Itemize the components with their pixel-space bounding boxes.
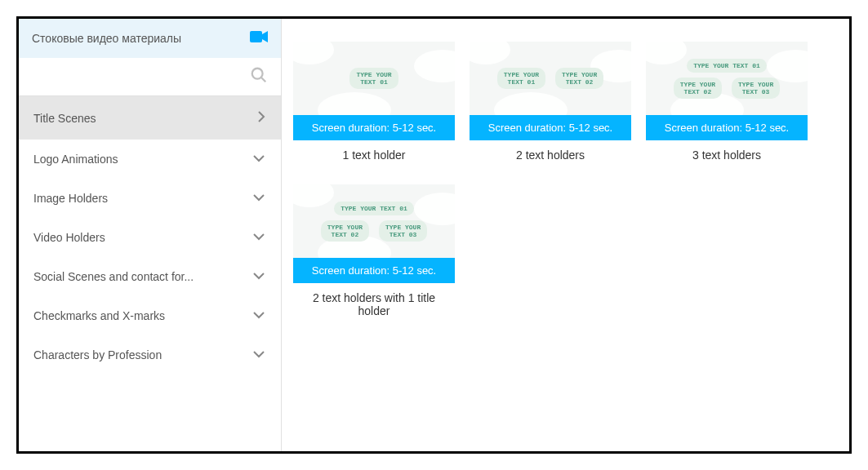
camera-icon [250, 30, 268, 47]
category-label: Video Holders [33, 231, 105, 244]
chevron-down-icon [251, 192, 266, 205]
scene-card[interactable]: TYPE YOUR TEXT 01TYPE YOUR TEXT 02Screen… [470, 42, 631, 162]
category-list: Title ScenesLogo AnimationsImage Holders… [19, 96, 281, 451]
duration-bar: Screen duration: 5-12 sec. [293, 115, 455, 140]
cloud-shape [470, 42, 510, 64]
chevron-right-icon [256, 109, 266, 126]
cloud-shape [646, 42, 687, 64]
category-item[interactable]: Video Holders [19, 218, 281, 257]
text-placeholder-pill: TYPE YOUR TEXT 02 [674, 78, 722, 99]
text-placeholder-pill: TYPE YOUR TEXT 03 [379, 220, 427, 242]
scene-caption: 2 text holders with 1 title holder [293, 283, 455, 317]
category-label: Title Scenes [33, 112, 96, 125]
pill-row: TYPE YOUR TEXT 01TYPE YOUR TEXT 02 [497, 68, 603, 89]
scene-caption: 3 text holders [646, 140, 808, 162]
app-frame: Стоковые видео материалы Title ScenesLog… [16, 16, 852, 454]
chevron-down-icon [251, 231, 266, 244]
category-label: Image Holders [33, 192, 108, 205]
duration-bar: Screen duration: 5-12 sec. [646, 115, 808, 140]
text-placeholder-pill: TYPE YOUR TEXT 01 [349, 68, 398, 89]
content-grid: TYPE YOUR TEXT 01Screen duration: 5-12 s… [282, 19, 849, 451]
svg-line-2 [261, 78, 266, 82]
duration-bar: Screen duration: 5-12 sec. [293, 258, 455, 283]
category-label: Social Scenes and contact for... [33, 270, 194, 283]
pill-row: TYPE YOUR TEXT 02TYPE YOUR TEXT 03 [674, 78, 780, 99]
text-placeholder-pill: TYPE YOUR TEXT 01 [334, 202, 414, 215]
category-item[interactable]: Characters by Profession [19, 335, 281, 375]
scene-caption: 2 text holders [470, 140, 631, 162]
sidebar-header: Стоковые видео материалы [19, 19, 281, 58]
chevron-down-icon [251, 153, 266, 166]
scene-card[interactable]: TYPE YOUR TEXT 01TYPE YOUR TEXT 02TYPE Y… [293, 184, 455, 317]
category-item[interactable]: Logo Animations [19, 140, 281, 179]
sidebar: Стоковые видео материалы Title ScenesLog… [19, 19, 282, 451]
svg-point-1 [252, 69, 263, 79]
scene-caption: 1 text holder [293, 140, 455, 162]
scene-thumbnail: TYPE YOUR TEXT 01TYPE YOUR TEXT 02 [470, 42, 631, 115]
svg-rect-0 [250, 31, 262, 42]
category-item[interactable]: Social Scenes and contact for... [19, 257, 281, 296]
cloud-shape [494, 92, 568, 115]
category-label: Checkmarks and X-marks [33, 309, 165, 322]
text-placeholder-pill: TYPE YOUR TEXT 01 [687, 59, 767, 73]
text-placeholder-pill: TYPE YOUR TEXT 02 [555, 68, 603, 89]
scene-thumbnail: TYPE YOUR TEXT 01TYPE YOUR TEXT 02TYPE Y… [646, 42, 808, 115]
text-placeholder-pill: TYPE YOUR TEXT 03 [732, 78, 780, 99]
category-label: Logo Animations [33, 153, 118, 166]
cloud-shape [293, 184, 334, 207]
category-item[interactable]: Title Scenes [19, 96, 281, 140]
scene-card[interactable]: TYPE YOUR TEXT 01TYPE YOUR TEXT 02TYPE Y… [646, 42, 808, 162]
category-label: Characters by Profession [33, 348, 162, 361]
cloud-shape [318, 92, 391, 115]
category-item[interactable]: Image Holders [19, 179, 281, 218]
pill-row: TYPE YOUR TEXT 02TYPE YOUR TEXT 03 [321, 220, 427, 242]
duration-bar: Screen duration: 5-12 sec. [470, 115, 631, 140]
sidebar-title: Стоковые видео материалы [32, 32, 181, 45]
chevron-down-icon [251, 309, 266, 322]
category-item[interactable]: Checkmarks and X-marks [19, 296, 281, 335]
text-placeholder-pill: TYPE YOUR TEXT 02 [321, 220, 369, 242]
chevron-down-icon [251, 270, 266, 283]
scene-card[interactable]: TYPE YOUR TEXT 01Screen duration: 5-12 s… [293, 42, 455, 162]
text-placeholder-pill: TYPE YOUR TEXT 01 [497, 68, 545, 89]
search-row[interactable] [19, 58, 281, 96]
scene-thumbnail: TYPE YOUR TEXT 01 [293, 42, 455, 115]
search-icon [250, 66, 268, 87]
scene-thumbnail: TYPE YOUR TEXT 01TYPE YOUR TEXT 02TYPE Y… [293, 184, 455, 258]
chevron-down-icon [251, 348, 266, 361]
cloud-shape [414, 50, 455, 82]
cloud-shape [293, 42, 334, 64]
